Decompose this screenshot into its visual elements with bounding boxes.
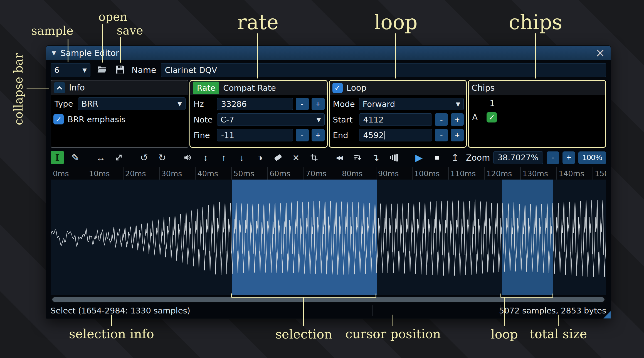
arrows-vertical-icon: ↕ bbox=[203, 152, 208, 163]
ruler-label: 40ms bbox=[197, 169, 218, 178]
hz-plus-button[interactable]: + bbox=[312, 98, 325, 110]
arrows-diagonal-icon bbox=[115, 153, 123, 162]
note-value: C-7 bbox=[221, 115, 234, 124]
note-select[interactable]: C-7 ▼ bbox=[217, 113, 325, 126]
name-input[interactable]: Clarinet DQV bbox=[161, 63, 606, 77]
pencil-icon: ✎ bbox=[71, 152, 80, 163]
edit-mode-button[interactable]: I bbox=[51, 151, 64, 164]
invert-button[interactable]: ◑ bbox=[253, 151, 267, 164]
loop-mode-value: Forward bbox=[363, 99, 395, 109]
zoom-reset-button[interactable]: 100% bbox=[578, 151, 606, 164]
ruler-label: 0ms bbox=[53, 169, 69, 178]
ruler-label: 80ms bbox=[342, 169, 363, 178]
fine-input[interactable]: -11 bbox=[217, 129, 293, 141]
normalize-button[interactable]: ↑ bbox=[217, 151, 230, 164]
open-button[interactable] bbox=[95, 63, 109, 77]
fine-label: Fine bbox=[193, 131, 214, 140]
downsample-button[interactable] bbox=[351, 151, 364, 164]
annotation-loop-label: loop bbox=[374, 11, 418, 34]
insert-silence-button[interactable]: ↴ bbox=[369, 151, 382, 164]
play-button[interactable]: ▶ bbox=[412, 151, 426, 164]
check-icon: ✓ bbox=[488, 113, 495, 122]
fine-minus-button[interactable]: - bbox=[296, 129, 309, 141]
arrow-turn-down-icon: ↴ bbox=[372, 152, 380, 163]
fine-plus-button[interactable]: + bbox=[312, 129, 325, 141]
scrollbar-thumb[interactable] bbox=[52, 297, 604, 302]
preview-button[interactable] bbox=[181, 151, 194, 164]
ruler-label: 130ms bbox=[522, 169, 548, 178]
window-title: Sample Editor bbox=[60, 48, 119, 58]
tab-compat-rate[interactable]: Compat Rate bbox=[223, 83, 276, 93]
desktop-background: ▼ Sample Editor × 6 ▼ Name Clarinet DQV bbox=[0, 0, 644, 358]
chip-enable-checkbox[interactable]: ✓ bbox=[487, 112, 497, 122]
hz-minus-button[interactable]: - bbox=[296, 98, 309, 110]
annotation-chips-label: chips bbox=[509, 11, 562, 34]
brr-emphasis-checkbox[interactable]: ✓ bbox=[53, 114, 64, 124]
loop-end-input[interactable]: 4592 bbox=[359, 129, 432, 141]
ruler-tick bbox=[304, 167, 304, 180]
annotation-loop-marker-label: loop bbox=[491, 327, 518, 342]
horizontal-scrollbar[interactable] bbox=[51, 296, 606, 303]
undo-button[interactable]: ↺ bbox=[137, 151, 151, 164]
delete-button[interactable]: × bbox=[289, 151, 303, 164]
ruler-tick bbox=[448, 167, 449, 180]
ruler-tick bbox=[231, 167, 232, 180]
zoom-in-button[interactable]: + bbox=[562, 151, 575, 164]
selection-info-text: Select (1654-2984: 1330 samples) bbox=[51, 306, 190, 315]
ruler-tick bbox=[484, 167, 485, 180]
filter-button[interactable] bbox=[387, 151, 400, 164]
loop-end-plus-button[interactable]: + bbox=[451, 129, 464, 141]
arrow-down-icon: ↓ bbox=[240, 152, 244, 163]
save-button[interactable] bbox=[113, 63, 127, 77]
check-icon: ✓ bbox=[55, 115, 62, 124]
loop-start-input[interactable]: 4112 bbox=[359, 113, 432, 126]
window-collapse-triangle-icon[interactable]: ▼ bbox=[52, 50, 56, 56]
collapse-bar-button[interactable] bbox=[54, 82, 65, 93]
loop-start-plus-button[interactable]: + bbox=[451, 113, 464, 126]
waveform-display[interactable] bbox=[51, 180, 606, 295]
close-icon[interactable]: × bbox=[595, 47, 605, 59]
silence-button[interactable] bbox=[271, 151, 285, 164]
zoom-out-button[interactable]: - bbox=[547, 151, 559, 164]
time-ruler[interactable]: 0ms10ms20ms30ms40ms50ms60ms70ms80ms90ms1… bbox=[51, 167, 606, 180]
fade-button[interactable]: ↓ bbox=[235, 151, 248, 164]
annotation-open-label: open bbox=[98, 10, 127, 24]
chevron-down-icon: ▼ bbox=[453, 101, 460, 107]
titlebar[interactable]: ▼ Sample Editor × bbox=[46, 46, 611, 60]
loop-end-label: End bbox=[332, 131, 356, 140]
speaker-icon bbox=[183, 153, 192, 162]
ruler-label: 60ms bbox=[270, 169, 290, 178]
signal-bars-icon bbox=[390, 154, 398, 161]
rate-panel: Rate Compat Rate Hz 33286 - + Note bbox=[189, 80, 328, 148]
loop-mode-select[interactable]: Forward ▼ bbox=[359, 98, 464, 110]
trim-button[interactable] bbox=[307, 151, 321, 164]
window-resize-grip[interactable] bbox=[603, 311, 611, 318]
arrow-up-icon: ↑ bbox=[221, 152, 226, 163]
annotation-save-label: save bbox=[117, 24, 143, 37]
annotation-selection-label: selection bbox=[275, 327, 332, 342]
play-icon: ▶ bbox=[415, 152, 423, 163]
loop-checkbox[interactable]: ✓ bbox=[332, 83, 343, 93]
name-value: Clarinet DQV bbox=[165, 65, 217, 75]
zoom-value: 38.7027% bbox=[497, 153, 538, 162]
type-select[interactable]: BRR ▼ bbox=[78, 97, 186, 110]
panels-row: Info Type BRR ▼ ✓ BRR emphasis bbox=[46, 80, 611, 148]
annotation-collapse-bar-label: collapse bar bbox=[12, 53, 25, 125]
import-button[interactable]: ↥ bbox=[448, 151, 462, 164]
sample-selector[interactable]: 6 ▼ bbox=[51, 63, 90, 77]
stop-button[interactable]: ■ bbox=[430, 151, 444, 164]
amplify-button[interactable]: ↕ bbox=[199, 151, 212, 164]
tab-rate[interactable]: Rate bbox=[193, 82, 219, 94]
resize-button[interactable]: ↔ bbox=[94, 151, 107, 164]
hz-input[interactable]: 33286 bbox=[217, 98, 293, 110]
reverse-button[interactable]: ◀◀ bbox=[333, 151, 346, 164]
ruler-label: 150ms bbox=[595, 169, 606, 178]
ruler-label: 30ms bbox=[161, 169, 182, 178]
loop-end-minus-button[interactable]: - bbox=[435, 129, 448, 141]
resample-button[interactable] bbox=[112, 151, 125, 164]
zoom-input[interactable]: 38.7027% bbox=[493, 151, 543, 164]
ruler-tick bbox=[87, 167, 87, 180]
draw-button[interactable]: ✎ bbox=[69, 151, 82, 164]
loop-start-minus-button[interactable]: - bbox=[435, 113, 448, 126]
redo-button[interactable]: ↻ bbox=[156, 151, 169, 164]
